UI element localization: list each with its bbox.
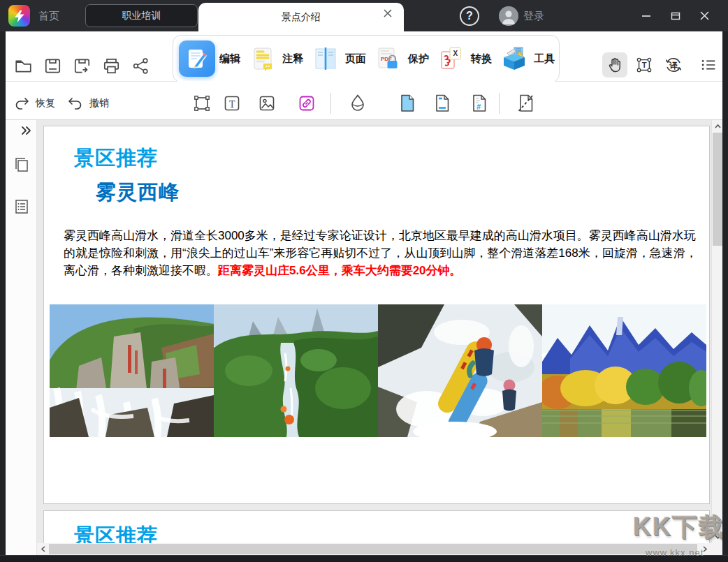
window-close-button[interactable] bbox=[690, 0, 718, 31]
tab-protect[interactable]: PDF 保护 bbox=[373, 43, 429, 74]
whitewater-rafting-photo bbox=[378, 304, 542, 437]
add-link-button[interactable] bbox=[294, 91, 319, 116]
document-viewport[interactable]: 景区推荐 雾灵西峰 雾灵西峰高山滑水，滑道全长3000多米，是经过专家论证设计，… bbox=[37, 120, 711, 555]
bookmarks-panel-button[interactable] bbox=[12, 197, 31, 216]
undo-button[interactable]: 撤销 bbox=[66, 90, 109, 117]
tab-training[interactable]: 职业培训 bbox=[85, 4, 198, 27]
translate-button[interactable]: 译 bbox=[661, 52, 686, 77]
tab-convert[interactable]: X 转换 bbox=[436, 43, 492, 74]
hand-tool-button[interactable] bbox=[602, 52, 627, 77]
open-file-button[interactable] bbox=[11, 54, 35, 77]
protect-icon: PDF bbox=[373, 43, 404, 74]
text-select-glyph: T bbox=[642, 61, 647, 69]
thumbnails-panel-button[interactable] bbox=[12, 155, 31, 175]
pdf-editor-window: 首页 职业培训 景点介绍 ? 登录 bbox=[0, 0, 728, 562]
add-image-button[interactable] bbox=[254, 91, 279, 116]
avatar[interactable] bbox=[499, 6, 518, 26]
page1-paragraph: 雾灵西峰高山滑水，滑道全长3000多米，是经过专家论证设计，北京地区最早建成的高… bbox=[64, 227, 698, 279]
tab-document-label: 景点介绍 bbox=[282, 11, 321, 24]
scroll-up-icon[interactable] bbox=[712, 121, 723, 131]
minimize-button[interactable] bbox=[632, 0, 660, 31]
maximize-button[interactable] bbox=[662, 0, 690, 31]
autumn-lake-mountain-photo bbox=[542, 304, 706, 437]
add-text-button[interactable]: T bbox=[219, 91, 245, 116]
tab-protect-label: 保护 bbox=[408, 52, 429, 66]
toolbar-separator bbox=[330, 93, 331, 114]
titlebar: 首页 职业培训 景点介绍 ? 登录 bbox=[0, 0, 728, 31]
horizontal-scrollbar[interactable] bbox=[37, 543, 711, 555]
redo-label: 恢复 bbox=[36, 97, 55, 110]
text-select-tool-button[interactable]: T bbox=[632, 52, 657, 77]
vertical-scrollbar-thumb[interactable] bbox=[713, 133, 722, 246]
tab-document-active[interactable]: 景点介绍 bbox=[198, 3, 404, 31]
tab-page[interactable]: 页面 bbox=[310, 43, 366, 74]
save-as-button[interactable] bbox=[70, 54, 94, 77]
ribbon-tab-bar: 编辑 注释 bbox=[173, 35, 560, 82]
expand-sidebar-button[interactable] bbox=[20, 124, 34, 137]
toolbar: 编辑 注释 bbox=[6, 31, 722, 120]
toolbar-separator bbox=[499, 93, 500, 114]
convert-x-glyph: X bbox=[453, 50, 458, 57]
green-valley-rafting-photo bbox=[214, 304, 378, 437]
tab-close-icon[interactable] bbox=[383, 8, 393, 18]
login-button[interactable]: 登录 bbox=[523, 0, 544, 31]
add-text-glyph: T bbox=[229, 99, 235, 110]
comment-icon bbox=[247, 43, 278, 74]
vertical-scrollbar[interactable] bbox=[711, 120, 722, 543]
edit-icon bbox=[179, 40, 215, 77]
tab-page-label: 页面 bbox=[345, 52, 366, 66]
print-button[interactable] bbox=[99, 54, 123, 77]
translate-glyph: 译 bbox=[669, 61, 678, 71]
window-border-right bbox=[722, 31, 728, 562]
site-watermark: KK下载 bbox=[633, 510, 725, 545]
help-button[interactable]: ? bbox=[460, 6, 479, 26]
tab-convert-label: 转换 bbox=[471, 52, 492, 66]
tab-tools[interactable]: 工具 bbox=[499, 43, 555, 74]
page-number-glyph: # bbox=[476, 103, 481, 111]
menu-list-button[interactable] bbox=[696, 52, 721, 77]
background-button[interactable] bbox=[395, 91, 420, 116]
photo-strip bbox=[50, 304, 706, 437]
tab-edit-label: 编辑 bbox=[219, 52, 240, 66]
scroll-left-icon[interactable] bbox=[38, 543, 48, 555]
home-tab[interactable]: 首页 bbox=[38, 0, 59, 31]
convert-icon: X bbox=[436, 43, 467, 74]
tab-tools-label: 工具 bbox=[534, 52, 555, 66]
crop-page-button[interactable] bbox=[514, 91, 539, 116]
tab-comment[interactable]: 注释 bbox=[247, 43, 303, 74]
redo-button[interactable]: 恢复 bbox=[13, 90, 55, 117]
scrollbar-corner bbox=[711, 543, 722, 555]
rock-inscription-waterfall-photo bbox=[50, 304, 214, 437]
watermark-button[interactable] bbox=[345, 91, 370, 116]
pdf-page-1: 景区推荐 雾灵西峰 雾灵西峰高山滑水，滑道全长3000多米，是经过专家论证设计，… bbox=[43, 126, 710, 504]
horizontal-scrollbar-thumb[interactable] bbox=[49, 544, 697, 554]
paragraph-highlight-red: 距离雾灵山庄5.6公里，乘车大约需要20分钟。 bbox=[218, 264, 462, 277]
save-button[interactable] bbox=[41, 54, 64, 77]
share-button[interactable] bbox=[129, 54, 152, 77]
site-watermark-url: www.kkx.net bbox=[646, 547, 704, 558]
left-panel-bar bbox=[6, 120, 37, 555]
page-icon bbox=[310, 43, 341, 74]
undo-label: 撤销 bbox=[89, 97, 109, 110]
window-border-left bbox=[0, 31, 6, 562]
window-border-bottom bbox=[0, 555, 728, 562]
page1-heading2: 雾灵西峰 bbox=[96, 179, 709, 207]
tools-icon bbox=[499, 43, 530, 74]
tab-edit[interactable]: 编辑 bbox=[179, 40, 240, 77]
select-object-button[interactable] bbox=[189, 91, 214, 116]
help-icon: ? bbox=[466, 10, 473, 22]
app-logo-icon[interactable] bbox=[8, 5, 30, 27]
page-number-button[interactable]: # bbox=[467, 91, 492, 116]
tab-comment-label: 注释 bbox=[282, 52, 303, 66]
header-footer-button[interactable] bbox=[430, 91, 455, 116]
page1-heading1: 景区推荐 bbox=[74, 145, 709, 172]
